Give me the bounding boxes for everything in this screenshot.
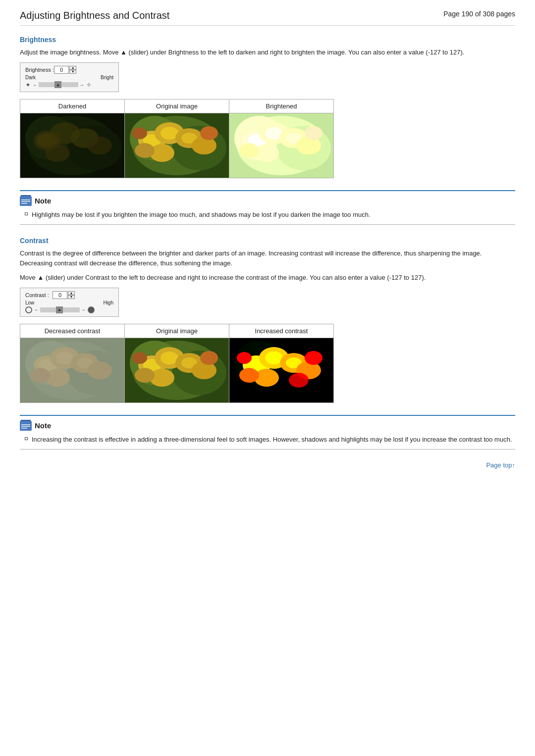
high-label: High xyxy=(103,300,113,305)
svg-rect-42 xyxy=(21,196,31,198)
brightness-track[interactable]: ← ▲ → xyxy=(33,82,84,88)
brightness-note-box: Note Highlights may be lost if you brigh… xyxy=(20,190,515,225)
brightness-title: Brightness xyxy=(20,36,515,44)
svg-point-90 xyxy=(289,373,309,388)
contrast-value[interactable]: 0 xyxy=(53,291,67,299)
contrast-track[interactable]: ← ▲ → xyxy=(34,307,86,312)
contrast-slider-label: Contrast : xyxy=(25,292,53,298)
note-bullet-contrast xyxy=(25,437,28,440)
note-title-contrast: Note xyxy=(35,421,51,430)
brightness-desc: Adjust the image brightness. Move ▲ (sli… xyxy=(20,48,515,57)
page-number: Page 190 of 308 pages xyxy=(443,10,515,18)
contrast-note-header: Note xyxy=(20,421,515,431)
bright-label: Bright xyxy=(101,75,113,80)
original-image-cell-brightness xyxy=(125,113,229,178)
contrast-note-item: Increasing the contrast is effective in … xyxy=(20,435,515,445)
contrast-title: Contrast xyxy=(20,237,515,245)
svg-point-88 xyxy=(305,351,322,365)
contrast-left-arrow-icon: ← xyxy=(34,307,39,312)
decreased-contrast-header: Decreased contrast xyxy=(20,324,125,338)
brightness-track-row: ✦ ← ▲ → ✧ xyxy=(25,81,113,89)
brightness-value[interactable]: 0 xyxy=(54,66,69,74)
increased-contrast-image-cell xyxy=(229,338,334,403)
darkened-header: Darkened xyxy=(20,99,125,113)
decreased-contrast-image-cell xyxy=(20,338,125,403)
original-header-brightness: Original image xyxy=(125,99,229,113)
brightness-note-text: Highlights may be lost if you brighten t… xyxy=(32,210,371,220)
brightness-slider-ui: Brightness : 0 ▲ ▼ Dark Bright ✦ ← ▲ → ✧ xyxy=(20,62,119,92)
low-contrast-flower-img xyxy=(20,338,124,403)
brightness-down-btn[interactable]: ▼ xyxy=(69,70,76,74)
page-top-link[interactable]: Page top↑ xyxy=(20,461,515,469)
right-arrow-icon: → xyxy=(79,82,84,88)
note-icon-contrast xyxy=(20,421,32,431)
svg-point-73 xyxy=(200,351,218,365)
svg-rect-45 xyxy=(21,203,27,204)
contrast-up-btn[interactable]: ▲ xyxy=(68,291,75,295)
contrast-note-text: Increasing the contrast is effective in … xyxy=(32,435,512,445)
svg-rect-59 xyxy=(20,338,124,403)
svg-point-72 xyxy=(135,368,155,383)
low-label: Low xyxy=(25,300,34,305)
note-icon-brightness xyxy=(20,196,32,206)
note-title-brightness: Note xyxy=(35,197,51,205)
darkened-flower-img xyxy=(20,113,124,178)
left-arrow-icon: ← xyxy=(33,82,38,88)
brightened-image-cell xyxy=(229,113,334,178)
brightness-comparison-table: Darkened Original image Brightened xyxy=(20,99,334,178)
circle-high-icon xyxy=(88,306,95,313)
contrast-section: Contrast Contrast is the degree of diffe… xyxy=(20,237,515,403)
original-image-cell-contrast xyxy=(125,338,229,403)
contrast-right-arrow-icon: → xyxy=(81,307,86,312)
note-bullet-brightness xyxy=(25,212,28,215)
svg-point-24 xyxy=(200,126,218,140)
brightness-note-header: Note xyxy=(20,196,515,206)
svg-rect-40 xyxy=(229,113,333,178)
brightness-slider-label: Brightness : xyxy=(25,67,54,73)
contrast-desc2: Move ▲ (slider) under Contrast to the le… xyxy=(20,273,515,283)
high-contrast-flower-img xyxy=(229,338,333,403)
original-header-contrast: Original image xyxy=(125,324,229,338)
brightness-section: Brightness Adjust the image brightness. … xyxy=(20,36,515,178)
contrast-spinners[interactable]: ▲ ▼ xyxy=(68,291,75,299)
darkened-image-cell xyxy=(20,113,125,178)
svg-rect-43 xyxy=(21,200,30,201)
svg-point-87 xyxy=(239,368,259,383)
dark-label: Dark xyxy=(25,75,36,80)
circle-low-icon xyxy=(25,306,32,313)
svg-rect-95 xyxy=(21,428,27,429)
svg-point-89 xyxy=(237,352,252,364)
contrast-down-btn[interactable]: ▼ xyxy=(68,295,75,299)
svg-point-74 xyxy=(132,352,147,364)
contrast-desc1: Contrast is the degree of difference bet… xyxy=(20,249,515,268)
brightness-spinners[interactable]: ▲ ▼ xyxy=(69,66,76,74)
svg-rect-44 xyxy=(21,201,30,202)
page-title: Adjusting Brightness and Contrast xyxy=(20,10,169,21)
contrast-comparison-table: Decreased contrast Original image Increa… xyxy=(20,324,334,403)
contrast-note-box: Note Increasing the contrast is effectiv… xyxy=(20,415,515,450)
brightness-track-bar[interactable]: ▲ xyxy=(39,82,78,87)
contrast-track-bar[interactable]: ▲ xyxy=(40,307,80,312)
contrast-slider-ui: Contrast : 0 ▲ ▼ Low High ← ▲ → xyxy=(20,288,119,317)
brightened-flower-img xyxy=(229,113,333,178)
svg-rect-10 xyxy=(20,113,124,178)
contrast-thumb[interactable]: ▲ xyxy=(56,306,63,313)
svg-rect-94 xyxy=(21,426,30,427)
brightness-thumb[interactable]: ▲ xyxy=(54,81,61,88)
contrast-track-row: ← ▲ → xyxy=(25,306,113,313)
svg-point-25 xyxy=(132,127,147,139)
original-flower-img-brightness xyxy=(125,113,229,178)
brightness-up-btn[interactable]: ▲ xyxy=(69,66,76,70)
svg-rect-92 xyxy=(21,421,31,423)
original-flower-img-contrast xyxy=(125,338,229,403)
brightened-header: Brightened xyxy=(229,99,334,113)
sun-bright-icon: ✧ xyxy=(86,81,92,89)
page-header: Adjusting Brightness and Contrast Page 1… xyxy=(20,10,515,26)
svg-point-23 xyxy=(135,143,155,158)
svg-rect-93 xyxy=(21,424,30,425)
brightness-note-item: Highlights may be lost if you brighten t… xyxy=(20,210,515,220)
sun-dim-icon: ✦ xyxy=(25,81,31,89)
increased-contrast-header: Increased contrast xyxy=(229,324,334,338)
